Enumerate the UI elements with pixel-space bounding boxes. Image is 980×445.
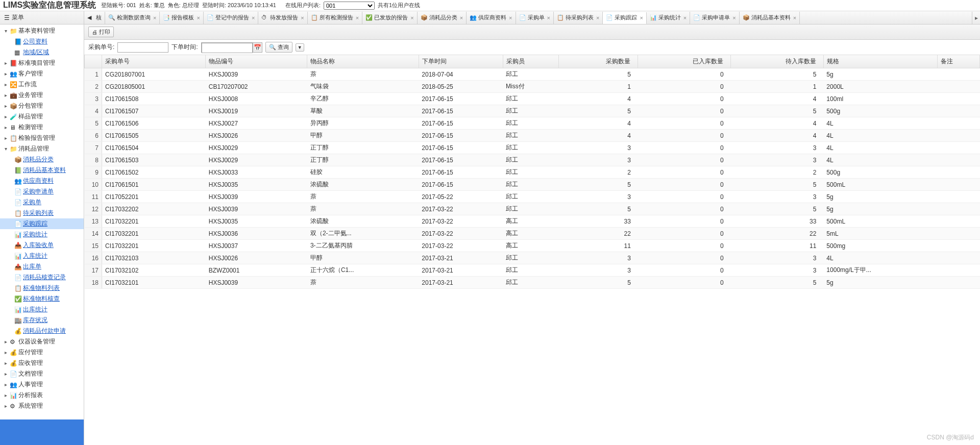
sidebar-item-23[interactable]: 📄消耗品核查记录: [0, 272, 84, 283]
tab-4[interactable]: ⏱待发放报告×: [258, 12, 307, 24]
column-header[interactable]: 下单时间: [419, 55, 503, 68]
column-header[interactable]: 采购单号: [102, 55, 206, 68]
sidebar-item-2[interactable]: ▦地域/区域: [0, 47, 84, 58]
table-row[interactable]: 15CI17032201HXSJ00373-二乙氨基丙腈2017-03-22高工…: [85, 240, 980, 252]
column-header[interactable]: 已入库数量: [638, 55, 731, 68]
sidebar-item-31[interactable]: ▸💰应收管理: [0, 358, 84, 368]
sidebar-item-30[interactable]: ▸💰应付管理: [0, 347, 84, 358]
table-row[interactable]: 16CI17032103HXSJ0026甲醇2017-03-21邱工3034L: [85, 252, 980, 264]
table-row[interactable]: 7CI17061504HXSJ0029正丁醇2017-06-15邱工3034L: [85, 142, 980, 154]
table-row[interactable]: 3CI17061508HXSJ0008辛乙醇2017-06-15邱工404100…: [85, 93, 980, 105]
table-row[interactable]: 17CI17032102BZWZ0001正十六烷（C1...2017-03-21…: [85, 264, 980, 277]
column-header[interactable]: 备注: [937, 55, 979, 68]
column-header[interactable]: 规格: [823, 55, 937, 68]
tab-12[interactable]: 📊采购统计×: [647, 12, 690, 24]
sidebar-item-28[interactable]: 💰消耗品付款申请: [0, 326, 84, 336]
sidebar-item-32[interactable]: ▸📄文档管理: [0, 368, 84, 379]
table-row[interactable]: 1CG201807001HXSJ0039萘2018-07-04邱工5055g: [85, 68, 980, 81]
query-button[interactable]: 🔍 查询: [265, 42, 292, 53]
close-icon[interactable]: ×: [410, 15, 413, 21]
table-row[interactable]: 4CI17061507HXSJ0019草酸2017-06-15邱工505500g: [85, 105, 980, 117]
tab-scroll-right[interactable]: ▸: [972, 12, 980, 24]
order-date-input[interactable]: [202, 43, 253, 53]
table-row[interactable]: 8CI17061503HXSJ0029正丁醇2017-06-15邱工3034L: [85, 154, 980, 166]
sidebar-item-4[interactable]: ▸👥客户管理: [0, 68, 84, 79]
sidebar-item-34[interactable]: ▸📊分析报表: [0, 390, 84, 401]
close-icon[interactable]: ×: [153, 15, 156, 21]
close-icon[interactable]: ×: [683, 15, 687, 21]
tab-8[interactable]: 👥供应商资料×: [467, 12, 516, 24]
sidebar-item-0[interactable]: ▾📁基本资料管理: [0, 26, 84, 36]
sidebar-item-3[interactable]: ▸📕标准项目管理: [0, 58, 84, 68]
sidebar-item-29[interactable]: ▸⚙仪器设备管理: [0, 336, 84, 347]
sidebar-item-9[interactable]: ▸🖥检测管理: [0, 122, 84, 133]
table-row[interactable]: 2CG201805001CB170207002气味袋2018-05-25Miss…: [85, 81, 980, 93]
sidebar-item-5[interactable]: ▸🔀工作流: [0, 79, 84, 90]
po-number-input[interactable]: [117, 42, 168, 53]
column-header[interactable]: 采购员: [503, 55, 559, 68]
sidebar-item-22[interactable]: 📤出库单: [0, 261, 84, 272]
sidebar-item-21[interactable]: 📊入库统计: [0, 251, 84, 261]
close-icon[interactable]: ×: [301, 15, 304, 21]
sidebar-item-25[interactable]: ✅标准物料核查: [0, 293, 84, 304]
sidebar-item-1[interactable]: 📘公司资料: [0, 36, 84, 47]
column-header[interactable]: [85, 55, 102, 68]
close-icon[interactable]: ×: [460, 15, 463, 21]
sidebar-item-6[interactable]: ▸💼业务管理: [0, 90, 84, 101]
column-header[interactable]: 采购数量: [559, 55, 638, 68]
sidebar-item-27[interactable]: 🏬库存状况: [0, 315, 84, 326]
sidebar-item-15[interactable]: 📄采购申请单: [0, 186, 84, 197]
tab-11[interactable]: 📄采购跟踪×: [603, 12, 646, 24]
sidebar-item-12[interactable]: 📦消耗品分类: [0, 154, 84, 165]
column-header[interactable]: 物品名称: [307, 55, 419, 68]
query-dropdown[interactable]: ▼: [296, 43, 304, 52]
close-icon[interactable]: ×: [356, 15, 359, 21]
tab-7[interactable]: 📦消耗品分类×: [418, 12, 467, 24]
sidebar-item-8[interactable]: ▸🧪样品管理: [0, 111, 84, 122]
close-icon[interactable]: ×: [252, 15, 255, 21]
tab-9[interactable]: 📄采购单×: [516, 12, 554, 24]
close-icon[interactable]: ×: [547, 15, 550, 21]
tab-14[interactable]: 📦消耗品基本资料×: [740, 12, 800, 24]
online-users-select[interactable]: 001: [324, 2, 375, 10]
column-header[interactable]: 物品编号: [206, 55, 307, 68]
tab-0[interactable]: ◀核: [84, 12, 105, 24]
table-row[interactable]: 11CI17052201HXSJ0039萘2017-05-22邱工3035g: [85, 191, 980, 203]
sidebar-item-18[interactable]: 📄采购跟踪: [0, 218, 84, 229]
sidebar-item-26[interactable]: 📊出库统计: [0, 304, 84, 315]
sidebar-item-7[interactable]: ▸📦分包管理: [0, 101, 84, 111]
table-row[interactable]: 14CI17032201HXSJ0036双（2-二甲氨...2017-03-22…: [85, 228, 980, 240]
close-icon[interactable]: ×: [197, 15, 200, 21]
print-button[interactable]: 🖨 打印: [88, 27, 114, 37]
sidebar-item-16[interactable]: 📄采购单: [0, 197, 84, 208]
sidebar-item-10[interactable]: ▸📋检验报告管理: [0, 133, 84, 143]
sidebar-item-13[interactable]: 📗消耗品基本资料: [0, 165, 84, 176]
tab-10[interactable]: 📋待采购列表×: [554, 12, 603, 24]
tab-2[interactable]: 📑报告模板×: [160, 12, 203, 24]
tab-3[interactable]: 📄登记中的报告×: [204, 12, 258, 24]
close-icon[interactable]: ×: [793, 15, 796, 21]
close-icon[interactable]: ×: [640, 15, 643, 21]
close-icon[interactable]: ×: [509, 15, 512, 21]
close-icon[interactable]: ×: [596, 15, 599, 21]
table-row[interactable]: 10CI17061501HXSJ0035浓硫酸2017-06-15邱工50550…: [85, 179, 980, 191]
sidebar-item-19[interactable]: 📊采购统计: [0, 229, 84, 240]
table-row[interactable]: 6CI17061505HXSJ0026甲醇2017-06-15邱工4044L: [85, 130, 980, 142]
close-icon[interactable]: ×: [732, 15, 736, 21]
table-row[interactable]: 9CI17061502HXSJ0033硅胶2017-06-15邱工202500g: [85, 166, 980, 179]
calendar-icon[interactable]: 📅: [253, 43, 262, 52]
sidebar-item-11[interactable]: ▾📁消耗品管理: [0, 143, 84, 154]
sidebar-item-14[interactable]: 👥供应商资料: [0, 176, 84, 186]
sidebar-item-17[interactable]: 📋待采购列表: [0, 208, 84, 218]
table-row[interactable]: 18CI17032101HXSJ0039萘2017-03-21邱工5055g: [85, 277, 980, 289]
tab-6[interactable]: ✅已发放的报告×: [362, 12, 417, 24]
sidebar-item-20[interactable]: 📥入库验收单: [0, 240, 84, 251]
column-header[interactable]: 待入库数量: [731, 55, 824, 68]
sidebar-item-24[interactable]: 📋标准物料列表: [0, 283, 84, 293]
tab-13[interactable]: 📄采购申请单×: [690, 12, 739, 24]
sidebar-item-35[interactable]: ▸⚙系统管理: [0, 401, 84, 411]
table-row[interactable]: 5CI17061506HXSJ0027异丙醇2017-06-15邱工4044L: [85, 117, 980, 130]
sidebar-item-33[interactable]: ▸👥人事管理: [0, 379, 84, 390]
tab-1[interactable]: 🔍检测数据查询×: [105, 12, 160, 24]
tab-5[interactable]: 📋所有检测报告×: [308, 12, 362, 24]
